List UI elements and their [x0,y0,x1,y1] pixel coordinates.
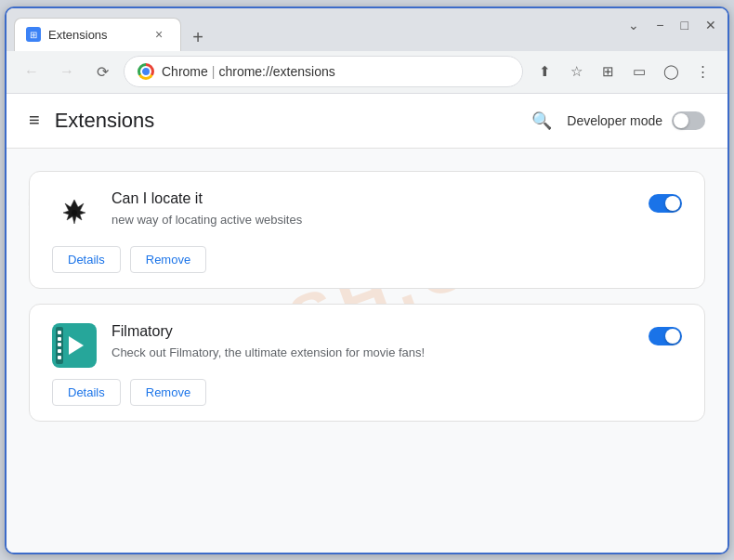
dev-mode-label: Developer mode [567,113,662,128]
maximize-button[interactable]: □ [681,18,688,33]
filmatory-details-button[interactable]: Details [52,379,121,406]
nav-bar: ← → ⟳ Chrome | chrome://extensions ⬆ ☆ ⊞… [7,51,727,94]
svg-point-0 [72,210,77,215]
filmatory-info: Filmatory Check out Filmatory, the ultim… [111,323,634,362]
share-button[interactable]: ⬆ [531,58,558,85]
back-button[interactable]: ← [18,58,46,85]
ext-card-top-filmatory: Filmatory Check out Filmatory, the ultim… [52,323,682,368]
can-locate-it-toggle-area [649,190,682,213]
filmatory-actions: Details Remove [52,379,682,406]
filmatory-name: Filmatory [111,323,634,340]
bookmark-button[interactable]: ☆ [562,58,590,85]
sidebar-menu-icon[interactable]: ≡ [29,110,40,131]
address-separator: | [212,64,216,79]
address-bar[interactable]: Chrome | chrome://extensions [124,56,523,87]
extensions-list: 🔍 FLASH.COM Can I locate it new wa [7,149,727,444]
ext-card-top: Can I locate it new way of locating acti… [52,190,682,235]
browser-window: ⌄ − □ ✕ Extensions × + ← → ⟳ Chrome | ch… [5,7,729,554]
extension-card-can-locate-it: Can I locate it new way of locating acti… [29,171,705,289]
title-bar: ⌄ − □ ✕ Extensions × + [7,8,727,51]
menu-button[interactable]: ⋮ [688,58,716,85]
film-hole-2 [58,337,61,341]
filmatory-toggle[interactable] [649,327,682,345]
can-locate-it-svg [54,192,95,233]
can-locate-it-name: Can I locate it [111,190,634,207]
profile-button[interactable]: ◯ [657,58,685,85]
extensions-header: ≡ Extensions 🔍 Developer mode [7,94,727,149]
dev-mode-area: 🔍 Developer mode [531,111,705,131]
window-controls: ⌄ − □ ✕ [628,18,716,33]
filmatory-toggle-area [649,323,682,345]
dev-mode-toggle[interactable] [672,111,705,130]
film-hole-1 [58,331,61,334]
film-hole-3 [58,343,61,346]
address-text: Chrome | chrome://extensions [162,64,335,79]
new-tab-button[interactable]: + [185,25,211,51]
page-title: Extensions [55,109,532,133]
filmatory-icon [52,323,97,368]
chrome-logo-icon [138,63,154,80]
extension-card-filmatory: Filmatory Check out Filmatory, the ultim… [29,304,705,422]
tab-title: Extensions [48,28,108,42]
can-locate-it-icon [52,190,97,235]
film-hole-4 [58,349,61,353]
filmatory-desc: Check out Filmatory, the ultimate extens… [111,344,634,362]
minimize-button[interactable]: − [656,18,663,33]
nav-actions: ⬆ ☆ ⊞ ▭ ◯ ⋮ [531,58,716,85]
film-strip [56,327,63,364]
tab-close-button[interactable]: × [151,26,167,43]
dropdown-icon[interactable]: ⌄ [628,18,639,33]
can-locate-it-details-button[interactable]: Details [52,246,121,273]
close-button[interactable]: ✕ [705,18,716,33]
can-locate-it-info: Can I locate it new way of locating acti… [111,190,634,229]
sidebar-button[interactable]: ▭ [625,58,653,85]
page-content: ≡ Extensions 🔍 Developer mode 🔍 FLASH.CO… [7,94,727,553]
active-tab[interactable]: Extensions × [14,18,181,51]
search-icon[interactable]: 🔍 [531,111,552,131]
address-url: chrome://extensions [218,64,334,79]
can-locate-it-remove-button[interactable]: Remove [130,246,206,273]
tab-bar: Extensions × + [14,18,720,51]
extensions-button[interactable]: ⊞ [594,58,622,85]
chrome-name: Chrome [162,64,208,79]
tab-favicon [26,27,41,42]
can-locate-it-actions: Details Remove [52,246,682,273]
can-locate-it-toggle[interactable] [649,194,682,213]
can-locate-it-desc: new way of locating active websites [111,211,634,229]
forward-button[interactable]: → [53,58,81,85]
reload-button[interactable]: ⟳ [88,58,116,85]
film-hole-5 [58,356,61,359]
filmatory-remove-button[interactable]: Remove [130,379,206,406]
